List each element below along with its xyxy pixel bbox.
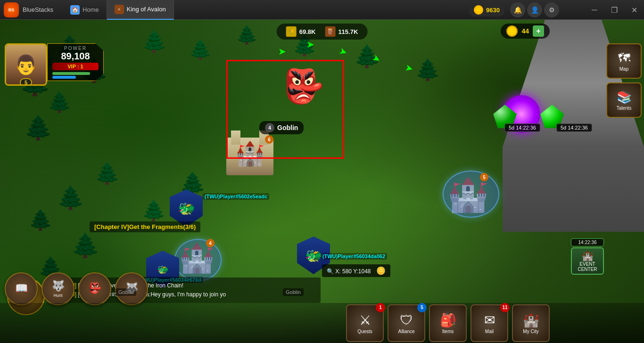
alliance-icon: 🛡 xyxy=(400,312,413,328)
my-city-button[interactable]: 🏰 My City xyxy=(512,304,550,342)
bluestacks-logo: BS xyxy=(4,2,19,17)
titlebar: BS BlueStacks 🏠 Home ⚔ King of Avalon 96… xyxy=(0,0,644,20)
coord-display: 🔍 X: 580 Y:1048 🪙 xyxy=(322,264,390,277)
avatar-frame[interactable]: 👨 5 xyxy=(5,43,47,86)
home-tab-label: Home xyxy=(83,6,99,13)
book-icon: 📖 xyxy=(15,282,28,294)
mail-label: Mail xyxy=(485,329,494,334)
settings-icon[interactable]: ⚙ xyxy=(544,2,559,17)
resources-icon: 🪙 xyxy=(376,267,386,275)
selection-box xyxy=(226,60,344,159)
quests-icon: ⚔ xyxy=(359,312,371,328)
map-label: Map xyxy=(619,66,628,72)
quests-label: Quests xyxy=(357,329,372,334)
close-button[interactable]: ✕ xyxy=(624,0,644,20)
items-label: Items xyxy=(442,329,454,334)
timer-badge-1: 5d 14:22:36 xyxy=(504,123,540,132)
wheat-value: 69.8K xyxy=(299,28,316,35)
player-label-2: (TWU)Player#56034da062 xyxy=(321,253,387,260)
hunt-icon: 🐺 xyxy=(52,280,65,292)
game-coin-icon xyxy=(506,25,518,37)
game-area[interactable]: 🌲 🌲 🌲 🌲 🌲 🌲 🌲 🌲 🌲 🌲 🌲 🌲 🌲 🌲 🌲 🌲 🌲 🌲 🌲 🌲 … xyxy=(0,20,644,343)
castle-3-dome xyxy=(174,239,222,281)
castle-2-badge: 5 xyxy=(480,173,488,181)
mail-badge: 11 xyxy=(500,303,510,312)
mail-button[interactable]: ✉ Mail 11 xyxy=(471,304,508,342)
timer-badge-2: 5d 14:22:36 xyxy=(556,123,592,132)
add-coins-button[interactable]: + xyxy=(533,25,544,37)
window-controls: ─ ❐ ✕ xyxy=(585,0,644,20)
home-tab-icon: 🏠 xyxy=(70,5,80,15)
goblin-bottom-label-2: Goblin xyxy=(283,288,304,296)
event-center-icon: 🏰 xyxy=(582,251,594,261)
wood-resource: 🪵 115.7K xyxy=(325,26,358,37)
coins-display: 9630 xyxy=(469,3,504,16)
coins-value: 9630 xyxy=(486,7,500,14)
alliance-button[interactable]: 🛡 Alliance 5 xyxy=(388,304,425,342)
vip-badge: VIP : 1 xyxy=(52,63,99,70)
power-info: POWER 89,108 VIP : 1 xyxy=(47,43,104,81)
magnifier-symbol: 🔍 xyxy=(327,268,335,275)
topbar-icons: 9630 🔔 👤 ⚙ xyxy=(469,0,559,20)
coin-icon xyxy=(474,5,483,15)
talents-icon: 📚 xyxy=(617,90,632,105)
level-badge: 5 xyxy=(20,78,32,86)
event-center-area[interactable]: 14:22:36 🏰 EVENT CENTER xyxy=(571,238,604,275)
minimize-button[interactable]: ─ xyxy=(585,0,604,20)
talents-label: Talents xyxy=(617,106,632,111)
map-button[interactable]: 🗺 Map xyxy=(606,43,642,79)
goblin-button[interactable]: 👺 xyxy=(78,272,111,305)
map-icon: 🗺 xyxy=(618,51,630,65)
green-arrow-1: ➤ xyxy=(278,46,286,57)
hunt-label: Hunt xyxy=(53,293,62,298)
resource-bar: 🌾 69.8K 🪵 115.7K xyxy=(277,24,368,40)
quests-badge: 1 xyxy=(376,303,385,312)
event-center-box[interactable]: 🏰 EVENT CENTER xyxy=(571,247,604,275)
alliance-badge: 5 xyxy=(417,303,427,312)
event-timer: 14:22:36 xyxy=(571,238,604,246)
top-right-coins: 44 + xyxy=(501,24,550,39)
notification-icon[interactable]: 🔔 xyxy=(510,2,525,17)
bluestacks-name: BlueStacks xyxy=(23,6,53,13)
right-menu: 🗺 Map 📚 Talents xyxy=(606,43,642,118)
quest-label[interactable]: [Chapter IV]Get the Fragments(3/6) xyxy=(90,221,200,232)
goblin-icon: 👺 xyxy=(89,282,101,294)
castle-2-dome xyxy=(443,171,499,218)
hunt-button[interactable]: 🐺 Hunt xyxy=(41,272,74,305)
restore-button[interactable]: ❐ xyxy=(604,0,624,20)
profile-icon[interactable]: 👤 xyxy=(527,2,542,17)
mail-icon: ✉ xyxy=(484,312,495,328)
bottom-navigation: ⚔ Quests 1 🛡 Alliance 5 🎒 Items ✉ Mail 1… xyxy=(0,303,644,343)
game-tab-label: King of Avalon xyxy=(127,6,166,13)
items-icon: 🎒 xyxy=(440,312,456,328)
power-panel: 👨 5 POWER 89,108 VIP : 1 xyxy=(5,43,47,86)
game-tab-icon: ⚔ xyxy=(115,5,124,14)
power-value: 89,108 xyxy=(52,51,99,62)
game-tab[interactable]: ⚔ King of Avalon xyxy=(107,0,174,20)
items-button[interactable]: 🎒 Items xyxy=(429,304,467,342)
wood-value: 115.7K xyxy=(338,28,358,35)
my-city-icon: 🏰 xyxy=(523,312,539,328)
coordinates-text: X: 580 Y:1048 xyxy=(335,268,371,275)
castle-2[interactable]: 🏰 5 xyxy=(447,175,488,214)
goblin-level: 4 xyxy=(265,123,274,132)
alliance-label: Alliance xyxy=(398,329,414,334)
home-tab[interactable]: 🏠 Home xyxy=(63,0,107,20)
goblin-bottom-label: Goblin xyxy=(116,288,136,296)
talents-button[interactable]: 📚 Talents xyxy=(606,82,642,118)
castle-3[interactable]: 🏰 4 xyxy=(179,241,215,275)
health-bar xyxy=(52,72,90,75)
wood-icon: 🪵 xyxy=(325,26,335,37)
player-label-1: (TWU)Player#5602e5eadc xyxy=(203,193,269,200)
green-arrow-2: ➤ xyxy=(306,39,314,50)
goblin-label: 4 Goblin xyxy=(259,121,304,134)
castle-3-badge: 4 xyxy=(206,239,215,247)
game-coins-value: 44 xyxy=(521,27,529,35)
book-button[interactable]: 📖 xyxy=(5,272,38,305)
quests-button[interactable]: ⚔ Quests 1 xyxy=(346,304,384,342)
power-label: POWER xyxy=(52,46,99,51)
event-center-label: EVENT CENTER xyxy=(578,261,597,272)
my-city-label: My City xyxy=(523,329,538,334)
wheat-resource: 🌾 69.8K xyxy=(286,26,316,37)
wheat-icon: 🌾 xyxy=(286,26,297,37)
